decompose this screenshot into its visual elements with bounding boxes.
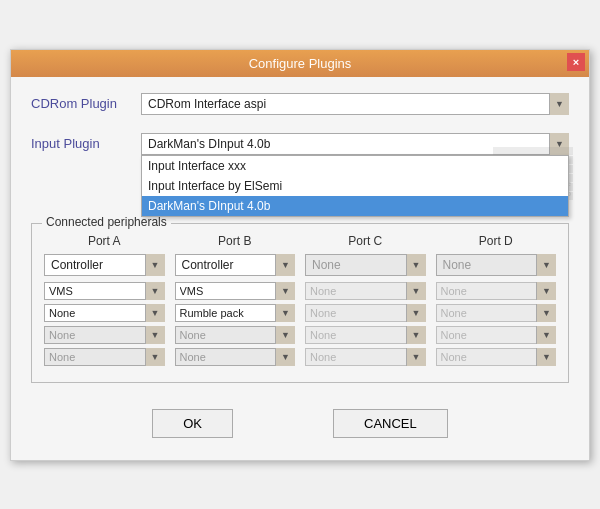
port-b-sub2-select[interactable]: Rumble pack None VMS	[175, 304, 296, 322]
port-b-sub1-select[interactable]: VMS None Rumble pack	[175, 282, 296, 300]
port-d-sub3-select[interactable]: None	[436, 326, 557, 344]
port-c-sub2-wrapper: None ▼	[305, 304, 426, 322]
port-c-column: Port C None ▼ None ▼	[305, 234, 426, 370]
close-button[interactable]: ×	[567, 53, 585, 71]
ports-row: Port A Controller None ▼ VMS None Rumble…	[44, 234, 556, 370]
input-plugin-dropdown-list: Input Interface xxx Input Interface by E…	[141, 155, 569, 217]
input-option-3[interactable]: DarkMan's DInput 4.0b	[142, 196, 568, 216]
port-a-column: Port A Controller None ▼ VMS None Rumble…	[44, 234, 165, 370]
port-a-sub3-select[interactable]: None	[44, 326, 165, 344]
port-d-sub4-select[interactable]: None	[436, 348, 557, 366]
port-b-sub4-select[interactable]: None	[175, 348, 296, 366]
dialog-body: CDRom Plugin CDRom Interface aspi ▼ Inpu…	[11, 77, 589, 460]
port-a-sub1-select[interactable]: VMS None Rumble pack	[44, 282, 165, 300]
port-c-sub2-select[interactable]: None	[305, 304, 426, 322]
port-b-sub2-wrapper: Rumble pack None VMS ▼	[175, 304, 296, 322]
dialog-title: Configure Plugins	[249, 56, 352, 71]
port-d-label: Port D	[436, 234, 557, 248]
cdrom-plugin-row: CDRom Plugin CDRom Interface aspi ▼	[31, 93, 569, 115]
port-a-sub2-wrapper: None VMS Rumble pack ▼	[44, 304, 165, 322]
input-option-2[interactable]: Input Interface by ElSemi	[142, 176, 568, 196]
port-a-sub1-wrapper: VMS None Rumble pack ▼	[44, 282, 165, 300]
port-d-sub1-select[interactable]: None	[436, 282, 557, 300]
port-d-column: Port D None ▼ None ▼	[436, 234, 557, 370]
port-d-sub2-wrapper: None ▼	[436, 304, 557, 322]
port-b-column: Port B Controller None ▼ VMS None Rumble…	[175, 234, 296, 370]
port-d-sub4-wrapper: None ▼	[436, 348, 557, 366]
buttons-row: OK CANCEL	[31, 399, 569, 444]
port-c-sub1-select[interactable]: None	[305, 282, 426, 300]
port-b-label: Port B	[175, 234, 296, 248]
port-a-label: Port A	[44, 234, 165, 248]
port-b-sub4-wrapper: None ▼	[175, 348, 296, 366]
cdrom-plugin-label: CDRom Plugin	[31, 96, 141, 111]
port-a-main-wrapper: Controller None ▼	[44, 254, 165, 276]
peripherals-legend: Connected peripherals	[42, 215, 171, 229]
port-b-sub3-wrapper: None ▼	[175, 326, 296, 344]
port-d-main-wrapper: None ▼	[436, 254, 557, 276]
port-a-sub4-select[interactable]: None	[44, 348, 165, 366]
input-option-1[interactable]: Input Interface xxx	[142, 156, 568, 176]
port-b-main-select[interactable]: Controller None	[175, 254, 296, 276]
input-plugin-label: Input Plugin	[31, 136, 141, 151]
port-c-main-wrapper: None ▼	[305, 254, 426, 276]
port-b-main-wrapper: Controller None ▼	[175, 254, 296, 276]
port-a-main-select[interactable]: Controller None	[44, 254, 165, 276]
port-b-sub3-select[interactable]: None	[175, 326, 296, 344]
peripherals-group: Connected peripherals Port A Controller …	[31, 223, 569, 383]
port-b-sub1-wrapper: VMS None Rumble pack ▼	[175, 282, 296, 300]
port-d-sub3-wrapper: None ▼	[436, 326, 557, 344]
port-c-sub3-wrapper: None ▼	[305, 326, 426, 344]
port-d-sub1-wrapper: None ▼	[436, 282, 557, 300]
port-a-sub2-select[interactable]: None VMS Rumble pack	[44, 304, 165, 322]
port-c-sub3-select[interactable]: None	[305, 326, 426, 344]
port-c-label: Port C	[305, 234, 426, 248]
port-c-sub4-wrapper: None ▼	[305, 348, 426, 366]
port-d-main-select[interactable]: None	[436, 254, 557, 276]
port-c-sub1-wrapper: None ▼	[305, 282, 426, 300]
input-plugin-row: Input Plugin DarkMan's DInput 4.0b ▼ Inp…	[31, 133, 569, 155]
port-d-sub2-select[interactable]: None	[436, 304, 557, 322]
ok-button[interactable]: OK	[152, 409, 233, 438]
title-bar: Configure Plugins ×	[11, 50, 589, 77]
cancel-button[interactable]: CANCEL	[333, 409, 448, 438]
port-c-main-select[interactable]: None	[305, 254, 426, 276]
port-a-sub4-wrapper: None ▼	[44, 348, 165, 366]
port-a-sub3-wrapper: None ▼	[44, 326, 165, 344]
configure-plugins-dialog: Configure Plugins × CDRom Plugin CDRom I…	[10, 49, 590, 461]
port-c-sub4-select[interactable]: None	[305, 348, 426, 366]
